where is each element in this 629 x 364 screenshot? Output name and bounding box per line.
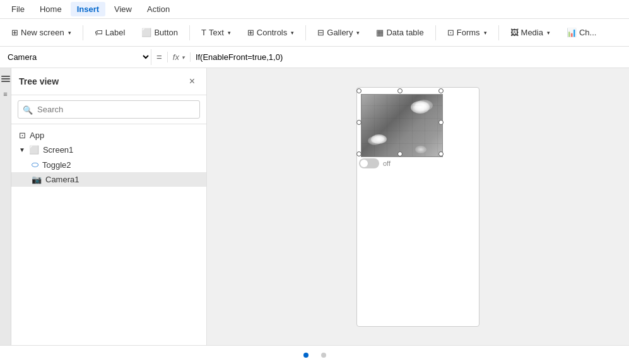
tree-item-app[interactable]: ⊡ App [11,128,206,143]
tree-item-camera1-label: Camera1 [45,175,79,184]
label-icon: 🏷 [95,28,103,37]
controls-icon: ⊞ [247,28,254,37]
sidebar-search-area: 🔍 [11,95,206,124]
app-icon: ⊡ [19,131,26,140]
toolbar-divider-5 [498,25,499,40]
handle-top-center[interactable] [397,88,403,93]
handle-mid-right[interactable] [438,120,444,125]
forms-icon: ⊡ [447,28,454,37]
menu-home[interactable]: Home [33,2,68,16]
controls-button[interactable]: ⊞ Controls ▾ [241,25,300,40]
text-icon: T [201,28,206,37]
tree-item-screen1[interactable]: ▼ ⬜ Screen1 [11,143,206,157]
tree-item-camera1[interactable]: 📷 Camera1 [11,172,206,187]
label-btn-label: Label [105,28,126,37]
formula-fx-button[interactable]: fx ▾ [168,52,191,62]
tree-item-screen1-label: Screen1 [43,145,73,155]
formula-bar: Camera = fx ▾ [0,47,629,68]
left-strip: ≡ [0,68,11,345]
screen-icon: ⬜ [29,145,39,155]
controls-chevron-icon: ▾ [291,30,294,36]
controls-btn-label: Controls [257,28,287,37]
toggle-row: off [359,158,391,168]
new-screen-label: New screen [21,28,64,37]
search-wrapper: 🔍 [18,100,200,119]
tree-item-toggle2[interactable]: ⬭ Toggle2 [11,157,206,172]
nav-dot-1[interactable] [303,353,309,358]
button-button[interactable]: ⬜ Button [135,25,184,40]
gallery-icon: ⊟ [317,28,324,37]
gallery-btn-label: Gallery [327,28,353,37]
menu-insert[interactable]: Insert [71,2,105,16]
toolbar-divider-3 [305,25,306,40]
handle-bot-right[interactable] [438,151,444,156]
handle-mid-left[interactable] [356,120,362,125]
bottom-nav [0,345,629,364]
toolbar-divider-1 [83,25,83,40]
hamburger-menu[interactable] [0,73,13,85]
main-area: ≡ Tree view × 🔍 ⊡ App ▼ ⬜ Screen1 [0,68,629,345]
menu-bar: File Home Insert View Action [0,0,629,19]
fx-label: fx [173,52,179,62]
media-button[interactable]: 🖼 Media ▾ [504,25,556,40]
media-icon: 🖼 [510,28,519,37]
light-spot-2 [368,136,382,145]
charts-btn-label: Ch... [579,28,596,37]
handle-top-left[interactable] [356,88,362,93]
canvas-area[interactable]: off [207,68,629,345]
hamburger-line-1 [1,76,10,77]
camera-preview [362,95,442,156]
forms-btn-label: Forms [457,28,480,37]
data-table-button[interactable]: ▦ Data table [370,25,430,40]
menu-file[interactable]: File [5,2,31,16]
camera-widget [361,94,443,157]
screen1-expand-icon: ▼ [19,146,25,153]
text-btn-label: Text [209,28,224,37]
formula-input[interactable] [191,50,629,64]
gallery-button[interactable]: ⊟ Gallery ▾ [311,25,366,40]
forms-button[interactable]: ⊡ Forms ▾ [441,25,493,40]
menu-view[interactable]: View [108,2,138,16]
charts-button[interactable]: 📊 Ch... [560,25,603,40]
data-table-icon: ▦ [376,28,384,37]
handle-bot-left[interactable] [356,151,362,156]
camera-icon: 📷 [32,175,42,184]
tree-item-toggle2-label: Toggle2 [42,160,71,170]
button-icon: ⬜ [141,28,151,37]
toggle-switch[interactable] [359,158,379,168]
toolbar: ⊞ New screen ▾ 🏷 Label ⬜ Button T Text ▾… [0,19,629,47]
search-icon: 🔍 [23,105,33,114]
label-button[interactable]: 🏷 Label [88,25,132,40]
text-button[interactable]: T Text ▾ [195,25,237,40]
forms-chevron-icon: ▾ [484,30,487,36]
text-chevron-icon: ▾ [228,30,231,36]
formula-selector[interactable]: Camera [0,49,151,65]
layers-icon[interactable]: ≡ [1,90,10,98]
data-table-btn-label: Data table [386,28,423,37]
media-chevron-icon: ▾ [547,30,550,36]
gallery-chevron-icon: ▾ [356,30,360,36]
nav-dot-2[interactable] [321,353,326,358]
hamburger-line-3 [1,81,10,82]
toolbar-divider-4 [435,25,436,40]
toggle-knob [360,160,368,167]
sidebar: Tree view × 🔍 ⊡ App ▼ ⬜ Screen1 [11,68,207,345]
fx-chevron-icon: ▾ [182,54,185,61]
charts-icon: 📊 [567,28,577,37]
handle-bot-center[interactable] [397,151,403,156]
new-screen-chevron-icon: ▾ [68,30,71,36]
handle-top-right[interactable] [438,88,444,93]
menu-action[interactable]: Action [141,2,176,16]
formula-eq-symbol: = [151,52,168,62]
sidebar-title: Tree view [19,76,59,86]
button-btn-label: Button [154,28,178,37]
toggle-off-label: off [383,160,391,167]
sidebar-header: Tree view × [11,68,206,95]
new-screen-button[interactable]: ⊞ New screen ▾ [5,25,78,40]
light-spot-1 [415,100,433,111]
search-input[interactable] [18,100,200,119]
sidebar-close-button[interactable]: × [185,74,199,88]
toggle-icon: ⬭ [32,160,38,170]
camera-widget-container[interactable] [359,91,441,154]
light-spot-3 [415,146,426,153]
